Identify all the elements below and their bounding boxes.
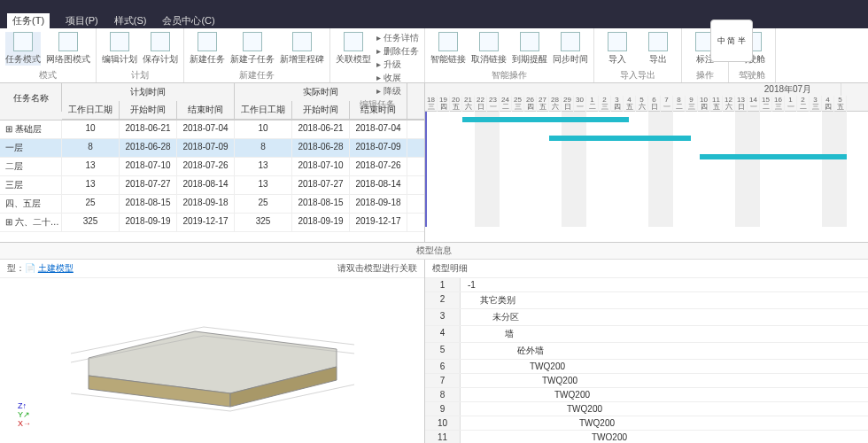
ribbon-btn-4-0[interactable]: 智能链接 bbox=[430, 32, 466, 66]
ribbon-btn-3-0[interactable]: 关联模型 bbox=[336, 32, 371, 66]
gantt-day: 5五 bbox=[834, 96, 847, 112]
table-row[interactable]: 三层132018-07-272018-08-14132018-07-272018… bbox=[0, 176, 424, 195]
ribbon-group-label: 模式 bbox=[39, 68, 57, 82]
gantt-day: 18三 bbox=[425, 96, 438, 112]
menu-project[interactable]: 项目(P) bbox=[66, 14, 98, 27]
model-link[interactable]: 土建模型 bbox=[38, 263, 74, 273]
ribbon-btn-label: 关联模型 bbox=[336, 53, 371, 66]
gantt-day: 14一 bbox=[748, 96, 760, 112]
ribbon-mini[interactable]: ▸ 升级 bbox=[376, 58, 419, 71]
ribbon-btn-label: 到期提醒 bbox=[512, 53, 547, 66]
gantt-day: 25三 bbox=[512, 96, 524, 112]
building-icon bbox=[71, 305, 354, 420]
menu-style[interactable]: 样式(S) bbox=[114, 14, 147, 27]
row-number: 1 bbox=[425, 278, 461, 291]
axis-gizmo[interactable]: Z↑Y↗X→ bbox=[18, 401, 31, 428]
table-row[interactable]: 一层82018-06-282018-07-0982018-06-282018-0… bbox=[0, 139, 424, 158]
ribbon-btn-1-1[interactable]: 保存计划 bbox=[143, 32, 178, 66]
menu-member[interactable]: 会员中心(C) bbox=[162, 14, 214, 27]
detail-row[interactable]: 2其它类别 bbox=[425, 292, 868, 309]
ribbon-btn-0-1[interactable]: 网络图模式 bbox=[46, 32, 90, 66]
gantt-playhead[interactable] bbox=[425, 112, 427, 227]
gantt-day: 19四 bbox=[438, 96, 450, 112]
gantt-bar[interactable] bbox=[700, 154, 847, 159]
ribbon-btn-4-2[interactable]: 到期提醒 bbox=[512, 32, 547, 66]
gantt-bar[interactable] bbox=[462, 117, 629, 122]
data-cell: 10 bbox=[235, 120, 292, 138]
col-plan: 计划时间 bbox=[62, 83, 235, 101]
gantt-day: 1一 bbox=[785, 96, 797, 112]
detail-row[interactable]: 7TWQ200 bbox=[425, 374, 868, 388]
col-header[interactable]: 工作日工期 bbox=[62, 101, 120, 119]
gantt-chart[interactable]: 2018年07月 18三19四20五21六22日23一24二25三26四27五2… bbox=[425, 83, 868, 242]
ribbon-btn-4-1[interactable]: 取消链接 bbox=[471, 32, 507, 66]
row-number: 9 bbox=[425, 402, 461, 416]
detail-row[interactable]: 6TWQ200 bbox=[425, 360, 868, 374]
row-number: 2 bbox=[425, 292, 461, 308]
data-cell: 2019-12-17 bbox=[350, 214, 407, 231]
task-name-cell: 三层 bbox=[0, 176, 62, 194]
detail-row[interactable]: 8TWQ200 bbox=[425, 388, 868, 402]
ribbon-mini[interactable]: ▸ 收展 bbox=[376, 72, 419, 84]
gantt-day: 16三 bbox=[772, 96, 785, 112]
data-cell: 2018-07-10 bbox=[120, 158, 177, 175]
ribbon-btn-label: 网络图模式 bbox=[46, 53, 90, 66]
bottom-split: 型：📄 土建模型 请双击模型进行关联 Z↑Y↗X→ 模型明细 1-12其它类别3… bbox=[0, 260, 868, 443]
ribbon-btn-1-0[interactable]: 编辑计划 bbox=[102, 32, 137, 66]
row-value: TWO200 bbox=[461, 431, 634, 443]
ribbon-btn-0-0[interactable]: 任务模式 bbox=[5, 32, 41, 66]
table-row[interactable]: 四、五层252018-08-152018-09-18252018-08-1520… bbox=[0, 195, 424, 214]
ribbon-btn-5-0[interactable]: 导入 bbox=[600, 32, 635, 66]
table-row[interactable]: 二层132018-07-102018-07-26132018-07-102018… bbox=[0, 158, 424, 176]
ribbon-btn-5-1[interactable]: 导出 bbox=[640, 32, 676, 66]
detail-row[interactable]: 10TWQ200 bbox=[425, 416, 868, 431]
ribbon-mini[interactable]: ▸ 删除任务 bbox=[376, 45, 419, 58]
model-hint: 请双击模型进行关联 bbox=[337, 262, 417, 275]
row-number: 8 bbox=[425, 388, 461, 401]
task-name-cell: 四、五层 bbox=[0, 195, 62, 213]
row-number: 10 bbox=[425, 416, 461, 430]
row-value: TWQ200 bbox=[461, 388, 597, 401]
data-cell: 2018-07-10 bbox=[292, 158, 350, 175]
row-value: TWQ200 bbox=[461, 360, 572, 373]
data-cell: 2018-08-15 bbox=[292, 195, 350, 213]
col-header[interactable]: 工作日工期 bbox=[235, 101, 292, 119]
detail-row[interactable]: 5砼外墙 bbox=[425, 343, 868, 360]
model-type-label: 型： bbox=[7, 263, 25, 273]
avatar[interactable]: 中 简 半 bbox=[710, 19, 753, 62]
col-header[interactable]: 开始时间 bbox=[292, 101, 350, 119]
gantt-day: 24二 bbox=[500, 96, 512, 112]
data-cell: 2018-08-14 bbox=[177, 176, 235, 194]
data-cell: 25 bbox=[62, 195, 120, 213]
col-header[interactable]: 开始时间 bbox=[120, 101, 177, 119]
ribbon-btn-2-1[interactable]: 新建子任务 bbox=[230, 32, 275, 66]
task-name-cell: ⊞ 六、二十… bbox=[0, 214, 62, 231]
table-row[interactable]: ⊞ 基础层102018-06-212018-07-04102018-06-212… bbox=[0, 120, 424, 139]
col-header[interactable]: 结束时间 bbox=[177, 101, 235, 119]
ribbon-mini[interactable]: ▸ 降级 bbox=[376, 85, 419, 97]
gantt-day: 27五 bbox=[537, 96, 549, 112]
data-cell: 25 bbox=[235, 195, 292, 213]
detail-row[interactable]: 1-1 bbox=[425, 278, 868, 292]
ribbon-btn-4-3[interactable]: 同步时间 bbox=[553, 32, 588, 66]
gantt-bar[interactable] bbox=[549, 136, 691, 141]
detail-row[interactable]: 11TWO200 bbox=[425, 431, 868, 443]
ribbon-icon bbox=[561, 32, 580, 51]
model-3d-view[interactable]: Z↑Y↗X→ bbox=[0, 278, 424, 443]
ribbon-group-label: 计划 bbox=[131, 68, 149, 82]
gantt-day: 11五 bbox=[710, 96, 723, 112]
ribbon-btn-2-0[interactable]: 新建任务 bbox=[190, 32, 225, 66]
detail-row[interactable]: 3未分区 bbox=[425, 309, 868, 326]
data-cell: 2018-07-04 bbox=[350, 120, 407, 138]
ribbon-btn-label: 智能链接 bbox=[430, 53, 466, 66]
detail-row[interactable]: 4墙 bbox=[425, 326, 868, 343]
ribbon-mini[interactable]: ▸ 任务详情 bbox=[376, 32, 419, 44]
gantt-day: 21六 bbox=[462, 96, 475, 112]
detail-row[interactable]: 9TWQ200 bbox=[425, 402, 868, 416]
ribbon-btn-label: 新增里程碑 bbox=[280, 53, 324, 66]
row-number: 6 bbox=[425, 360, 461, 373]
ribbon-btn-2-2[interactable]: 新增里程碑 bbox=[280, 32, 324, 66]
menu-tasks[interactable]: 任务(T) bbox=[7, 13, 50, 28]
ribbon-btn-label: 新建任务 bbox=[190, 53, 225, 66]
table-row[interactable]: ⊞ 六、二十…3252018-09-192019-12-173252018-09… bbox=[0, 214, 424, 232]
